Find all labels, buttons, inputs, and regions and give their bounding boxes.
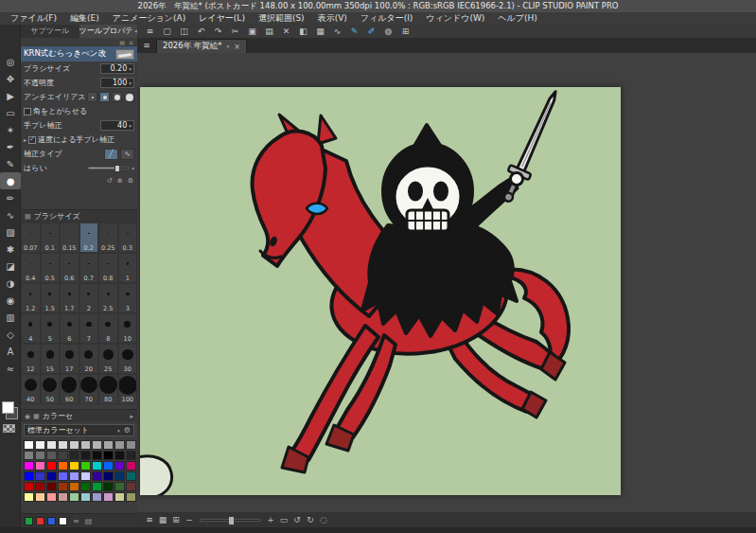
fit-screen-icon[interactable]: ▭ <box>277 515 290 524</box>
fill-icon[interactable]: ◧ <box>295 25 311 38</box>
brush-size-preset[interactable]: 0.25 <box>98 222 118 253</box>
color-swatch[interactable] <box>35 440 45 450</box>
brush-size-preset[interactable]: 4 <box>21 313 41 344</box>
zoom-out-icon[interactable]: − <box>183 515 196 524</box>
tool-eraser[interactable]: ◪ <box>0 258 21 275</box>
reset-icon[interactable]: ↺ <box>107 177 113 185</box>
quick-color-chip[interactable] <box>25 517 33 525</box>
correction-type-b-button[interactable]: ∿ <box>120 149 134 160</box>
color-swatch[interactable] <box>92 471 102 481</box>
color-swatch[interactable] <box>46 451 57 460</box>
tool-selection[interactable]: ▭ <box>0 104 21 121</box>
brush-size-preset[interactable]: 3 <box>118 283 138 313</box>
menu-item[interactable]: 表示(V) <box>311 12 354 25</box>
menu-icon[interactable]: ≡ <box>73 517 79 525</box>
brush-size-preset[interactable]: 0.6 <box>60 253 79 283</box>
slider-handle[interactable] <box>114 165 120 172</box>
menu-item[interactable]: 編集(E) <box>63 12 106 25</box>
tool-eyedropper[interactable]: ✒ <box>0 138 21 155</box>
color-grid-icon[interactable]: ▦ <box>33 413 40 420</box>
brush-size-preset[interactable]: 6 <box>60 313 79 344</box>
color-swatch[interactable] <box>103 451 114 460</box>
brush-size-preset[interactable]: 1.7 <box>60 283 79 313</box>
redo-icon[interactable]: ↷ <box>210 25 226 38</box>
tab-menu-icon[interactable]: ≡ <box>139 41 154 50</box>
tab-subtool[interactable]: サブツール <box>21 25 79 38</box>
brush-size-preset[interactable]: 20 <box>79 344 99 374</box>
color-swatch[interactable] <box>58 471 68 481</box>
panel-menu-icon[interactable]: ▤ <box>25 213 31 221</box>
brush-size-preset[interactable]: 15 <box>41 344 61 374</box>
quick-color-chip[interactable] <box>59 517 67 525</box>
color-swatch[interactable] <box>114 492 125 502</box>
tab-tool-property[interactable]: ツールプロパティ <box>79 25 138 38</box>
tool-blend[interactable]: ◑ <box>0 275 21 292</box>
color-swatch[interactable] <box>114 482 125 491</box>
tool-text[interactable]: A <box>0 343 21 360</box>
color-swatch[interactable] <box>58 440 68 450</box>
reset-view-icon[interactable]: ◌ <box>317 515 330 524</box>
chevron-down-icon[interactable]: ▾ <box>129 123 132 129</box>
material-icon[interactable]: ◍ <box>380 25 396 38</box>
panel-menu-icon[interactable]: ▤ <box>119 39 125 45</box>
color-swatch[interactable] <box>103 471 114 481</box>
paste-icon[interactable]: ▤ <box>261 25 277 38</box>
color-swatch[interactable] <box>69 461 79 471</box>
color-swatch[interactable] <box>103 440 114 450</box>
tool-auto-select[interactable]: ✶ <box>0 121 21 138</box>
save-icon[interactable]: ◫ <box>176 25 192 38</box>
selected-subtool[interactable]: KRN式むらっきぺン改 <box>21 46 137 62</box>
fit-canvas-icon[interactable]: ⊞ <box>169 515 183 524</box>
menu-item[interactable]: フィルター(I) <box>354 12 420 25</box>
color-swatch[interactable] <box>24 451 34 460</box>
brush-size-preset[interactable]: 1.5 <box>41 283 61 313</box>
menu-item[interactable]: ウィンドウ(W) <box>419 12 491 25</box>
color-swatch[interactable] <box>80 440 91 450</box>
tool-line-correction[interactable]: ≈ <box>0 360 21 377</box>
cut-icon[interactable]: ✂ <box>227 25 243 38</box>
speed-stabilize-checkbox[interactable]: ✓ <box>28 136 36 144</box>
color-swatch[interactable] <box>58 482 68 491</box>
menu-item[interactable]: 選択範囲(S) <box>252 12 311 25</box>
color-swatch[interactable] <box>35 492 45 502</box>
color-swatch[interactable] <box>114 440 125 450</box>
quick-color-chip[interactable] <box>47 517 56 525</box>
color-swatch[interactable] <box>80 482 91 491</box>
antialias-middle-button[interactable] <box>112 92 122 102</box>
color-swatch[interactable] <box>80 461 91 471</box>
chevron-down-icon[interactable]: ▾ <box>132 166 134 171</box>
color-swatch[interactable] <box>92 461 102 471</box>
color-swatch[interactable] <box>126 440 136 450</box>
color-swatch[interactable] <box>103 482 114 491</box>
snap-curve-icon[interactable]: ∿ <box>329 25 345 38</box>
brush-size-preset[interactable]: 12 <box>21 344 41 374</box>
chevron-down-icon[interactable]: ▾ <box>227 44 230 49</box>
color-swatch[interactable] <box>114 451 125 460</box>
color-swatch[interactable] <box>35 461 45 471</box>
brush-size-preset[interactable]: 0.2 <box>79 222 99 253</box>
brush-size-preset[interactable]: 0.3 <box>118 222 138 253</box>
tool-gradient[interactable]: ▥ <box>0 309 21 326</box>
menu-item[interactable]: ヘルプ(H) <box>491 12 543 25</box>
antialias-strong-button[interactable] <box>124 92 134 102</box>
brush-size-preset[interactable]: 80 <box>98 374 118 404</box>
chevron-down-icon[interactable]: ▾ <box>129 66 132 72</box>
workspace-menu-icon[interactable]: ≡ <box>142 25 158 38</box>
color-set-tab-label[interactable]: カラーセ <box>43 411 74 421</box>
brush-size-input[interactable]: 0.20 ▾ <box>100 63 134 74</box>
tool-figure[interactable]: ◇ <box>0 326 21 343</box>
color-swatch[interactable] <box>46 440 57 450</box>
panel-menu-icon[interactable]: ▤ <box>85 517 93 525</box>
tool-move[interactable]: ✥ <box>0 70 21 87</box>
brush-size-preset[interactable]: 0.7 <box>79 253 99 283</box>
canvas[interactable] <box>140 87 621 495</box>
color-swatch[interactable] <box>92 440 102 450</box>
tool-operation[interactable]: ▶ <box>0 87 21 104</box>
correction-type-a-button[interactable]: ╱ <box>104 149 118 160</box>
harai-slider[interactable] <box>88 167 130 169</box>
expander-icon[interactable]: ▸ <box>24 136 26 143</box>
menu-item[interactable]: ファイル(F) <box>4 12 63 25</box>
add-preset-icon[interactable]: ⊕ <box>117 177 123 185</box>
brush-size-preset[interactable]: 60 <box>60 374 79 404</box>
color-swatch[interactable] <box>46 471 57 481</box>
